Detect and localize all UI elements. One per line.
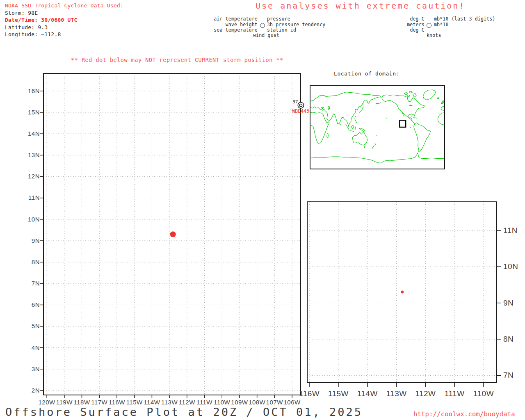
station-circle-icon xyxy=(260,23,265,28)
storm-data-source-line: NOAA SSD Tropical Cyclone Data Used: xyxy=(5,2,123,9)
units-legend-right-column: mb*10 (last 3 digits) mb*10 xyxy=(434,16,495,27)
y-tick-label: 7N xyxy=(32,280,40,287)
legend-air-temperature: air temperature xyxy=(189,16,258,22)
x-tick-label: 107W xyxy=(266,399,283,406)
storm-position-dot xyxy=(170,231,176,237)
y-tick-label: 9N xyxy=(503,299,514,307)
legend-pressure-tendency: 3h pressure tendency xyxy=(267,22,325,28)
x-tick-label: 108W xyxy=(249,399,266,406)
storm-position-warning: ** Red dot below may NOT represent CURRE… xyxy=(71,57,283,63)
zoom-plot: 116W115W114W113W112W111W110W11N10N9N8N7N xyxy=(299,202,518,398)
x-tick-label: 119W xyxy=(56,399,73,406)
y-tick-label: 16N xyxy=(28,87,40,94)
unit-deg-c-air: deg C xyxy=(383,16,425,22)
y-tick-label: 14N xyxy=(28,130,40,137)
y-tick-label: 10N xyxy=(503,262,518,271)
x-tick-label: 113W xyxy=(386,389,406,398)
units-legend-left-column: deg C meters deg C xyxy=(383,16,425,33)
storm-position-dot xyxy=(401,291,404,294)
x-tick-label: 114W xyxy=(357,389,378,398)
y-tick-label: 9N xyxy=(32,237,40,244)
x-tick-label: 110W xyxy=(214,399,230,406)
storm-id-line: Storm: 98E xyxy=(5,9,123,17)
storm-datetime-line: Date/Time: 30/0600 UTC xyxy=(5,16,123,24)
station-id-label: WDE443 xyxy=(292,108,309,114)
legend-wind-gust: wind gust xyxy=(253,33,279,39)
x-tick-label: 116W xyxy=(299,389,320,398)
y-tick-label: 12N xyxy=(28,173,40,180)
legend-pressure: pressure xyxy=(267,16,325,22)
y-tick-label: 4N xyxy=(32,344,40,351)
x-tick-label: 111W xyxy=(196,399,212,406)
x-tick-label: 118W xyxy=(73,399,90,406)
x-tick-label: 110W xyxy=(473,389,494,398)
x-tick-label: 111W xyxy=(445,389,465,398)
storm-longitude-line: Longitude: −112.8 xyxy=(5,31,123,38)
domain-location-box xyxy=(399,120,406,127)
x-tick-label: 116W xyxy=(109,399,125,406)
y-tick-label: 7N xyxy=(503,371,514,379)
ship-station-symbol xyxy=(298,103,304,108)
y-tick-label: 8N xyxy=(32,258,40,265)
y-tick-label: 6N xyxy=(32,301,40,308)
station-air-temperature: 37 xyxy=(292,99,298,105)
x-tick-label: 120W xyxy=(39,399,56,406)
plot-main-title: Offshore Surface Plot at 20Z / OCT 01, 2… xyxy=(5,406,363,418)
x-tick-label: 109W xyxy=(231,399,248,406)
y-tick-label: 13N xyxy=(28,151,40,158)
x-tick-label: 114W xyxy=(144,399,160,406)
x-tick-label: 115W xyxy=(126,399,143,406)
y-tick-label: 15N xyxy=(28,109,40,116)
y-tick-label: 2N xyxy=(32,387,40,394)
main-plot: 120W119W118W117W116W115W114W113W112W111W… xyxy=(28,73,309,406)
units-circle-icon xyxy=(427,23,431,28)
x-tick-label: 106W xyxy=(283,399,301,406)
station-legend-left-column: air temperature wave height sea temperat… xyxy=(189,16,258,33)
coastlines xyxy=(310,90,444,163)
offshore-surface-plot-page: { "page": { "storm_info": { "title": "NO… xyxy=(0,0,525,420)
source-url-link[interactable]: http://coolwx.com/buoydata xyxy=(413,411,515,418)
legend-wave-height: wave height xyxy=(189,22,258,28)
y-tick-label: 8N xyxy=(503,335,514,343)
unit-mb10: mb*10 xyxy=(434,22,495,28)
y-tick-label: 3N xyxy=(32,365,40,372)
unit-meters: meters xyxy=(383,22,425,28)
x-tick-label: 113W xyxy=(161,399,178,406)
x-tick-label: 117W xyxy=(91,399,107,406)
unit-knots: knots xyxy=(427,33,441,39)
y-tick-label: 11N xyxy=(28,194,40,201)
x-tick-label: 115W xyxy=(328,389,349,398)
y-tick-label: 10N xyxy=(28,216,40,223)
x-tick-label: 112W xyxy=(415,389,436,398)
world-map-inset xyxy=(310,85,445,169)
y-tick-label: 5N xyxy=(32,322,40,329)
y-tick-label: 11N xyxy=(503,226,518,235)
caution-banner: Use analyses with extreme caution! xyxy=(256,1,465,11)
x-tick-label: 112W xyxy=(179,399,195,406)
unit-mb10-last3: mb*10 (last 3 digits) xyxy=(434,16,495,22)
unit-deg-c-sea: deg C xyxy=(383,27,425,33)
station-legend-right-column: pressure 3h pressure tendency station id xyxy=(267,16,325,33)
inset-map-title: Location of domain: xyxy=(334,71,399,77)
storm-info-block: NOAA SSD Tropical Cyclone Data Used: Sto… xyxy=(5,2,123,38)
world-map xyxy=(310,86,444,169)
legend-sea-temperature: sea temperature xyxy=(189,27,258,33)
storm-latitude-line: Latitude: 9.3 xyxy=(5,24,123,31)
